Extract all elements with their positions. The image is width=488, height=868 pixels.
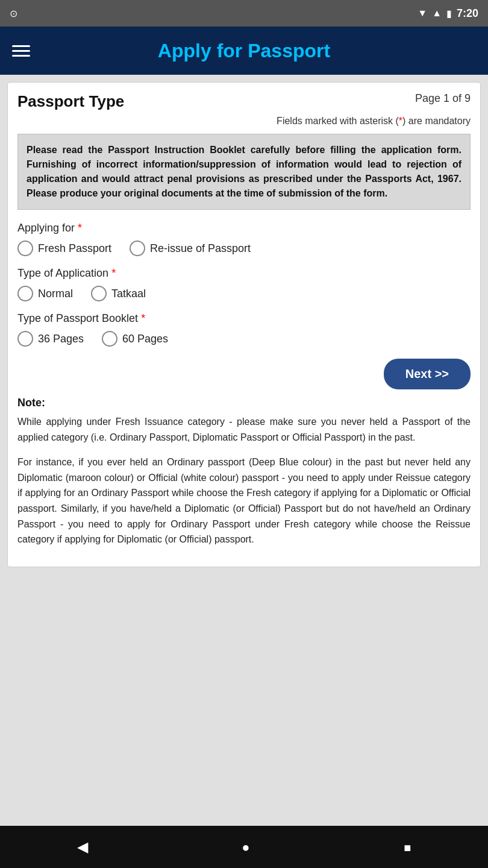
fresh-passport-label: Fresh Passport xyxy=(38,242,111,255)
fresh-passport-option[interactable]: Fresh Passport xyxy=(17,241,111,256)
status-bar: ⊙ ▼ ▲ ▮ 7:20 xyxy=(0,0,488,27)
60-pages-label: 60 Pages xyxy=(122,333,168,345)
main-content: Passport Type Page 1 of 9 Fields marked … xyxy=(0,75,488,826)
asterisk-symbol: * xyxy=(399,116,402,126)
form-title: Passport Type xyxy=(17,92,124,111)
36-pages-radio[interactable] xyxy=(17,331,33,347)
reissue-passport-label: Re-issue of Passport xyxy=(150,242,251,255)
60-pages-option[interactable]: 60 Pages xyxy=(102,331,168,347)
required-marker-3: * xyxy=(141,312,145,324)
60-pages-radio[interactable] xyxy=(102,331,117,347)
reissue-passport-option[interactable]: Re-issue of Passport xyxy=(130,241,251,256)
fresh-passport-radio[interactable] xyxy=(17,241,33,256)
normal-option[interactable]: Normal xyxy=(17,286,73,301)
home-button[interactable] xyxy=(230,834,261,860)
note-section: Note: While applying under Fresh Issuanc… xyxy=(17,397,471,547)
type-of-application-options: Normal Tatkaal xyxy=(17,286,471,301)
next-button[interactable]: Next >> xyxy=(384,359,471,389)
instruction-box: Please read the Passport Instruction Boo… xyxy=(17,134,471,210)
passport-booklet-options: 36 Pages 60 Pages xyxy=(17,331,471,347)
tatkaal-option[interactable]: Tatkaal xyxy=(91,286,146,301)
tatkaal-radio[interactable] xyxy=(91,286,107,301)
normal-label: Normal xyxy=(38,288,73,300)
type-of-application-label: Type of Application * xyxy=(17,267,471,280)
reissue-passport-radio[interactable] xyxy=(130,241,145,256)
form-card: Passport Type Page 1 of 9 Fields marked … xyxy=(7,82,481,567)
normal-radio[interactable] xyxy=(17,286,33,301)
note-paragraph-2: For instance, if you ever held an Ordina… xyxy=(17,454,471,547)
signal-icon: ▲ xyxy=(432,8,442,19)
36-pages-label: 36 Pages xyxy=(38,333,84,345)
passport-booklet-section: Type of Passport Booklet * 36 Pages 60 P… xyxy=(17,312,471,347)
status-time: 7:20 xyxy=(457,7,478,20)
applying-for-label: Applying for * xyxy=(17,222,471,234)
instruction-text: Please read the Passport Instruction Boo… xyxy=(27,145,461,198)
note-paragraph-1: While applying under Fresh Issuance cate… xyxy=(17,414,471,445)
app-header: Apply for Passport xyxy=(0,27,488,75)
applying-for-section: Applying for * Fresh Passport Re-issue o… xyxy=(17,222,471,256)
back-button[interactable] xyxy=(65,834,100,860)
note-title: Note: xyxy=(17,397,471,409)
type-of-application-section: Type of Application * Normal Tatkaal xyxy=(17,267,471,301)
36-pages-option[interactable]: 36 Pages xyxy=(17,331,84,347)
next-button-row: Next >> xyxy=(17,359,471,389)
form-header: Passport Type Page 1 of 9 xyxy=(17,92,471,111)
required-marker-1: * xyxy=(78,222,82,234)
notification-icon: ⊙ xyxy=(10,8,17,19)
passport-booklet-label: Type of Passport Booklet * xyxy=(17,312,471,325)
wifi-icon: ▼ xyxy=(418,8,427,19)
mandatory-note: Fields marked with asterisk (*) are mand… xyxy=(17,116,471,127)
applying-for-options: Fresh Passport Re-issue of Passport xyxy=(17,241,471,256)
hamburger-menu-icon[interactable] xyxy=(12,45,30,57)
bottom-navigation xyxy=(0,826,488,868)
recents-button[interactable] xyxy=(392,834,423,860)
page-title: Apply for Passport xyxy=(158,40,330,62)
required-marker-2: * xyxy=(111,267,116,279)
page-indicator: Page 1 of 9 xyxy=(415,92,471,105)
battery-icon: ▮ xyxy=(446,8,452,19)
tatkaal-label: Tatkaal xyxy=(111,288,146,300)
